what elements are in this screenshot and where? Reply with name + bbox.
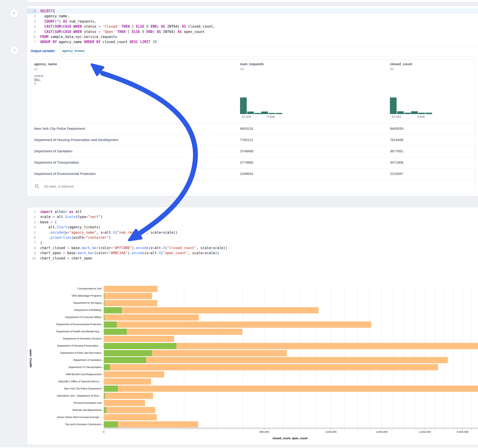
code-line[interactable]: 4 CAST(SUM(CASE WHEN status = 'Closed' T… [27,24,478,29]
closed-count-histogram [390,97,432,114]
fold-chevron-icon[interactable]: ∨ [38,9,39,14]
line-number: 2 [27,14,37,19]
code-text: SELECT [37,8,54,14]
table-footer: 20 rows, 4 columns [31,180,475,194]
histogram-max-label: 9.4e6 [417,115,425,118]
cell-num-requests: 3774892 [240,160,253,164]
python-code-editor[interactable]: 1import altair as alt2scale = alt.Scale(… [27,207,478,261]
histogram-bar [261,112,268,114]
code-text: COUNT(*) AS num_requests, [37,19,96,24]
line-number: 5 [27,230,37,235]
table-row[interactable]: Department of Environmental Protection22… [31,168,475,180]
histogram-bar [418,113,425,114]
row-count-label: 20 rows, 4 columns [44,184,74,188]
code-line[interactable]: 1import altair as alt [27,209,478,214]
line-number: 5 [27,29,37,34]
column-name: agency_name [34,62,57,66]
code-line[interactable]: 2 agency_name, [27,14,478,19]
histogram-bar [411,111,418,114]
line-number: 1 [27,209,37,214]
add-cell-button-output[interactable]: + [10,46,19,55]
histogram-bar [268,113,275,114]
line-number: 10 [27,256,37,261]
code-text: chart_open = base.mark_bar(color="#8BC34… [37,250,219,255]
code-text: CAST(SUM(CASE WHEN status = 'Closed' THE… [37,24,215,29]
code-line[interactable]: 3 COUNT(*) AS num_requests, [27,19,478,24]
cell-closed-count: 7618456 [390,138,403,142]
code-text: chart_closed + chart_open [37,256,92,261]
cell-agency-name: Department of Environmental Protection [34,172,96,176]
line-number: 6 [27,34,37,39]
code-line[interactable]: 7) [27,240,478,245]
histogram-bar [254,113,261,114]
code-line[interactable]: 9chart_open = base.mark_bar(color="#8BC3… [27,250,478,255]
code-text: import altair as alt [37,209,82,214]
add-cell-button-top[interactable]: + [10,9,19,18]
line-number: 4 [27,225,37,230]
histogram-min-label: 53,304 [392,115,401,118]
histogram-bar [276,113,282,114]
histogram-bar [404,113,411,114]
column-stat-nulls: nulls: 0 [34,78,41,85]
cell-num-requests: 9453131 [240,126,253,131]
table-row[interactable]: Department of Transportation377489234719… [31,157,475,168]
code-line[interactable]: 1∨SELECT [27,8,478,14]
code-text: FROM sample_data.nyc.service_requests [37,34,117,39]
line-number: 8 [27,245,37,250]
column-type: i64 [390,67,394,71]
results-table: agency_name str unique: 20 nulls: 0 num_… [31,59,475,194]
previous-cell-edge [26,0,478,2]
line-number: 6 [27,235,37,240]
code-line[interactable]: 8chart_closed = base.mark_bar(color="#FF… [27,245,478,250]
histogram-bar [390,98,396,114]
code-line[interactable]: 2scale = alt.Scale(type="sqrt") [27,214,478,219]
histogram-bar [397,111,404,114]
line-number: 7 [27,240,37,245]
cell-num-requests: 7782211 [240,138,253,142]
cell-agency-name: New York City Police Department [34,126,85,131]
code-text: GROUP BY agency_name ORDER BY closed_cou… [37,39,157,44]
python-cell: 1import altair as alt2scale = alt.Scale(… [27,207,478,445]
column-type: i64 [240,67,244,71]
column-name: num_requests [240,62,264,66]
code-text: base = ( [37,220,57,225]
cell-num-requests: 3749485 [240,149,253,153]
code-line[interactable]: 5 .encode(y="agency_name", x=alt.X("num_… [27,230,478,235]
code-line[interactable]: 4 alt.Chart(agency_tickets) [27,225,478,230]
histogram-bar [240,98,247,114]
sql-code-editor[interactable]: 1∨SELECT2 agency_name,3 COUNT(*) AS num_… [27,6,478,47]
code-line[interactable]: 3∨base = ( [27,220,478,225]
line-number: 9 [27,250,37,255]
histogram-min-label: 53,304 [242,115,251,118]
line-number: 3 [27,19,37,24]
output-variable-row: Output variable: agency_tickets [27,46,478,57]
table-row[interactable]: Department of Housing Preservation and D… [31,134,475,146]
histogram-bar [247,112,254,114]
histogram-max-label: 9.5e6 [267,115,275,118]
cell-agency-name: Department of Housing Preservation and D… [34,138,118,142]
cell-closed-count: 9443533 [390,126,403,131]
code-text: .properties(width="container") [37,235,111,240]
output-variable-pill[interactable]: agency_tickets [59,48,85,55]
histogram-bar [425,113,432,114]
text-caret [54,9,54,13]
code-line[interactable]: 10chart_closed + chart_open [27,256,478,261]
code-text: alt.Chart(agency_tickets) [37,225,101,230]
line-number: 1∨ [27,8,37,14]
cell-closed-count: 3471908 [390,160,403,164]
fold-chevron-icon[interactable]: ∨ [38,220,39,225]
cell-closed-count: 3677651 [390,149,403,153]
cell-closed-count: 2222847 [390,172,403,176]
line-number: 2 [27,214,37,219]
code-text: chart_closed = base.mark_bar(color="#FFC… [37,245,228,250]
output-variable-label: Output variable: [31,49,55,53]
num-requests-histogram [240,97,283,114]
search-icon[interactable] [35,184,39,188]
code-line[interactable]: 6 .properties(width="container") [27,235,478,240]
code-line[interactable]: 7GROUP BY agency_name ORDER BY closed_co… [27,39,478,44]
code-line[interactable]: 6FROM sample_data.nyc.service_requests [27,34,478,39]
code-line[interactable]: 5 CAST(SUM(CASE WHEN status = 'Open' THE… [27,29,478,34]
table-row[interactable]: Department of Sanitation37494853677651 [31,146,475,157]
code-text: ) [37,240,42,245]
table-row[interactable]: New York City Police Department945313194… [31,123,475,135]
